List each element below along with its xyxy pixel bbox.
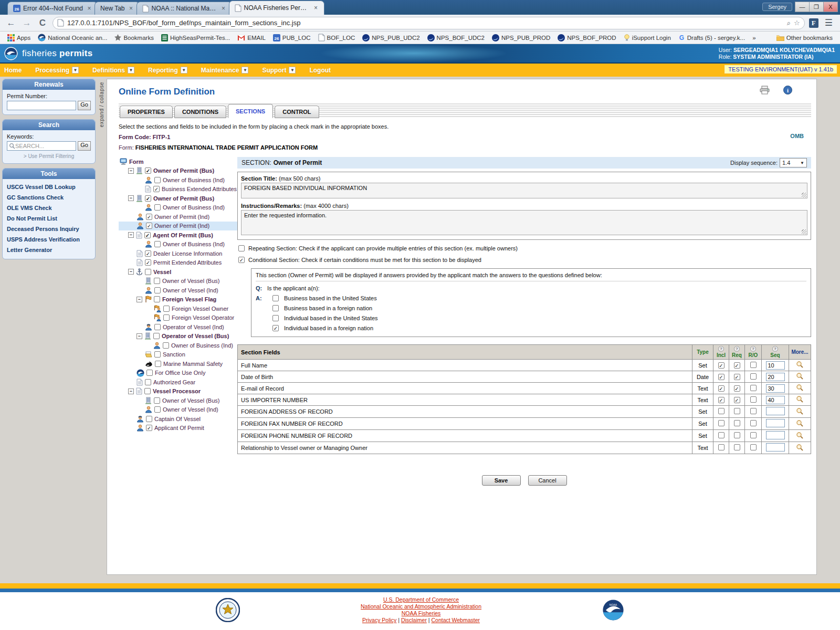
tool-link[interactable]: Letter Generator [7,245,91,255]
tree-node[interactable]: Foreign Vessel Owner [119,304,237,313]
tab-close-icon[interactable]: × [86,5,93,12]
nav-item-reporting[interactable]: Reporting▼ [148,67,187,74]
tree-node[interactable]: −Owner of Permit (Bus) [119,194,237,203]
field-seq-input[interactable] [766,419,785,427]
browser-tab[interactable]: NOAA Fisheries Permits× [229,1,324,15]
omb-link[interactable]: OMB [790,133,804,139]
tree-node[interactable]: Owner of Vessel (Ind) [119,286,237,295]
field-incl-checkbox[interactable] [718,397,724,403]
bookmark-item[interactable]: HighSeasPermit-Tes... [158,33,233,43]
url-text[interactable]: 127.0.0.1:7101/NPS_BOF/bof_form_def/nps_… [67,19,784,27]
chevron-down-icon[interactable]: ▼ [128,67,134,74]
chrome-menu-icon[interactable]: ☰ [823,17,835,28]
zoom-icon[interactable]: ⌕ [787,19,791,27]
footer-link[interactable]: Contact Webmaster [431,617,480,623]
search-input[interactable]: SEARCH... [7,141,76,151]
tree-node[interactable]: Permit Extended Attributes [119,258,237,268]
tree-node[interactable]: Owner of Vessel (Bus) [119,277,237,286]
tree-node-checkbox[interactable] [153,186,160,192]
tree-node-checkbox[interactable] [146,370,153,376]
field-incl-checkbox[interactable] [718,408,724,414]
tab-conditions[interactable]: CONDITIONS [174,106,226,118]
tab-sections[interactable]: SECTIONS [228,104,273,118]
field-ro-checkbox[interactable] [750,444,757,450]
field-ro-checkbox[interactable] [750,373,757,380]
tree-node[interactable]: Owner of Business (Ind) [119,341,237,350]
tool-link[interactable]: USPS Address Verification [7,235,91,244]
tool-link[interactable]: USCG Vessel DB Lookup [7,182,91,192]
bookmark-item[interactable]: » [749,34,759,42]
tool-link[interactable]: Do Not Permit List [7,214,91,223]
field-incl-checkbox[interactable] [718,432,724,438]
browser-tab[interactable]: 26Error 404--Not Found× [7,2,98,15]
use-permit-filtering-link[interactable]: > Use Permit Filtering [3,151,95,159]
bookmark-item[interactable]: 26PUB_LOC [270,33,314,43]
tree-node-checkbox[interactable] [154,351,161,358]
extension-f-icon[interactable]: F [809,18,818,28]
chevron-down-icon[interactable]: ▼ [181,67,187,74]
bookmark-item[interactable]: GDrafts (5) - sergey.k... [675,33,748,42]
field-seq-input[interactable]: 40 [766,396,785,404]
tree-node[interactable]: For Office Use Only [119,369,237,378]
field-details-magnifier-icon[interactable] [796,372,804,380]
tree-node[interactable]: Owner of Permit (Ind) [119,212,237,222]
tab-close-icon[interactable]: × [128,5,135,12]
profile-button[interactable]: Sergey [762,3,792,11]
bookmark-item[interactable]: Bookmarks [111,33,157,42]
chevron-down-icon[interactable]: ▼ [289,67,296,74]
field-incl-checkbox[interactable] [718,374,724,380]
field-ro-checkbox[interactable] [750,420,757,426]
bookmark-item[interactable]: NPS_BOF_UDC2 [424,33,488,43]
nav-item-processing[interactable]: Processing▼ [35,67,79,74]
tree-node[interactable]: Owner of Business (Ind) [119,175,237,185]
tree-node-checkbox[interactable] [145,379,151,385]
tree-node-checkbox[interactable] [154,241,161,247]
browser-tab[interactable]: New Tab× [94,2,139,15]
forward-icon[interactable]: → [21,18,33,28]
tree-node[interactable]: Captain Of Vessel [119,414,237,424]
instructions-input[interactable]: Enter the requested information. [241,210,807,235]
field-incl-checkbox[interactable] [718,385,724,392]
field-req-checkbox[interactable] [734,362,740,369]
tree-node-checkbox[interactable] [146,214,152,220]
field-seq-input[interactable]: 10 [766,361,785,370]
conditional-section-checkbox[interactable] [238,257,245,263]
nav-item-support[interactable]: Support▼ [262,67,296,74]
bookmark-item[interactable]: EMAIL [234,34,269,42]
field-seq-input[interactable] [766,407,785,415]
nav-item-home[interactable]: Home [4,67,22,74]
field-incl-checkbox[interactable] [718,444,724,450]
tree-node[interactable]: −Vessel [119,267,237,277]
tree-node[interactable]: Owner of Business (Ind) [119,240,237,249]
tree-node[interactable]: Authorized Gear [119,377,237,387]
browser-tab[interactable]: NOAA :: National Marine F× [136,2,232,15]
tree-node-checkbox[interactable] [145,269,151,275]
chevron-down-icon[interactable]: ▼ [242,67,248,74]
tree-node-checkbox[interactable] [163,314,170,321]
tree-expander-icon[interactable]: − [136,333,142,339]
answer-checkbox[interactable] [272,315,279,321]
tree-node[interactable]: −Operator of Vessel (Bus) [119,332,237,341]
tree-expander-icon[interactable]: − [128,269,134,275]
field-ro-checkbox[interactable] [750,362,757,368]
tree-node-checkbox[interactable] [145,167,151,174]
field-seq-input[interactable]: 30 [766,384,785,393]
tree-node[interactable]: Owner of Vessel (Bus) [119,396,237,405]
tree-node[interactable]: Business Extended Attributes [119,185,237,194]
field-details-magnifier-icon[interactable] [796,444,804,452]
field-req-checkbox[interactable] [734,408,740,414]
field-details-magnifier-icon[interactable] [796,419,804,427]
tree-node[interactable]: Foreign Vessel Operator [119,313,237,323]
tree-expander-icon[interactable]: − [128,195,134,201]
field-ro-checkbox[interactable] [750,432,757,438]
search-go-button[interactable]: Go [78,141,91,151]
tree-node-checkbox[interactable] [154,397,160,404]
cancel-button[interactable]: Cancel [528,475,567,486]
tree-expander-icon[interactable]: − [128,168,134,174]
tree-node-checkbox[interactable] [146,425,152,431]
tree-node[interactable]: Owner of Business (Ind) [119,203,237,213]
bookmark-star-icon[interactable]: ☆ [794,19,800,27]
tree-node[interactable]: Applicant Of Permit [119,424,237,433]
repeating-section-checkbox[interactable] [238,245,245,251]
tree-node[interactable]: Dealer License Information [119,249,237,258]
